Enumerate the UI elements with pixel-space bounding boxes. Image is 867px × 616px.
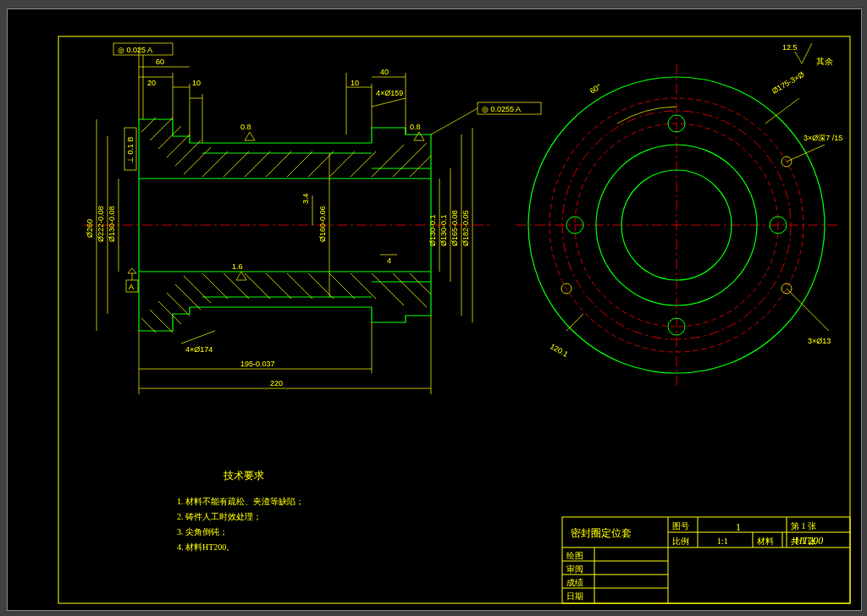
svg-line-68 <box>431 108 478 135</box>
svg-line-11 <box>287 151 312 177</box>
svg-line-6 <box>184 147 211 174</box>
datum-a: A <box>129 283 134 291</box>
svg-line-29 <box>308 273 334 299</box>
techreq-2: 2. 铸件人工时效处理； <box>177 512 262 521</box>
dim-d165: Ø165-0.08 <box>450 210 459 246</box>
dim-4x174: 4×Ø174 <box>185 345 213 354</box>
techreq-1: 1. 材料不能有疏松、夹渣等缺陷； <box>177 497 304 506</box>
svg-line-22 <box>175 284 201 310</box>
svg-line-86 <box>787 145 825 162</box>
tb-row-3: 日期 <box>566 591 583 601</box>
fcf-left: ◎ 0.025 A <box>118 46 152 54</box>
svg-line-5 <box>175 140 201 166</box>
techreq-title: 技术要求 <box>223 470 264 481</box>
dim-34: 3.4 <box>301 193 310 204</box>
tb-pagecur: 第 1 张 <box>791 521 816 531</box>
dim-195: 195-0.037 <box>240 360 275 368</box>
tech-requirements: 技术要求 1. 材料不能有疏松、夹渣等缺陷； 2. 铸件人工时效处理； 3. 尖… <box>177 470 304 552</box>
sf-16: 1.6 <box>232 262 243 271</box>
svg-line-23 <box>184 276 211 303</box>
svg-line-4 <box>167 135 190 157</box>
dim-220: 220 <box>270 379 283 388</box>
dim-d130b: Ø130-0.1 <box>428 214 437 246</box>
cad-drawing-svg: 60 20 10 10 40 4×Ø159 0.8 0.8 1.6 <box>8 9 861 610</box>
dim-d182: Ø182-0.05 <box>461 210 470 246</box>
tb-row-0: 绘图 <box>566 551 583 560</box>
dim-d160: Ø160-0.06 <box>318 206 327 242</box>
dim-60: 60 <box>156 58 164 66</box>
svg-line-15 <box>372 145 404 177</box>
dim-10a: 10 <box>192 79 201 87</box>
svg-line-34 <box>410 273 431 294</box>
svg-line-19 <box>150 310 173 333</box>
svg-line-20 <box>158 301 181 324</box>
tb-sheetno-lbl: 图号 <box>672 521 689 531</box>
sf-08b: 0.8 <box>410 123 421 131</box>
techreq-3: 3. 尖角倒钝； <box>177 527 228 536</box>
tb-partname: 密封圈定位套 <box>571 527 632 539</box>
svg-line-7 <box>202 151 228 177</box>
svg-line-33 <box>393 273 427 307</box>
svg-line-8 <box>224 151 249 177</box>
dim-4: 4 <box>387 256 391 265</box>
tb-mat-lbl: 材料 <box>756 536 774 546</box>
fcf-right: ◎ 0.0255 A <box>482 105 521 113</box>
svg-line-27 <box>266 273 291 299</box>
svg-line-48 <box>372 98 406 107</box>
tb-sheetno: 1 <box>736 521 741 533</box>
dim-40: 40 <box>380 68 389 76</box>
svg-line-3 <box>158 126 181 149</box>
tb-row-1: 审阅 <box>566 564 583 574</box>
svg-line-25 <box>224 273 249 299</box>
tb-scale: 1:1 <box>717 536 728 546</box>
title-block: 密封圈定位套 图号 1 第 1 张 共 1 张 比例 1:1 材料 HT200 … <box>562 517 850 603</box>
tb-mat: HT200 <box>794 535 823 547</box>
svg-line-26 <box>245 273 270 299</box>
angle-60: 60° <box>588 82 603 96</box>
dim-d130: Ø130-0.08 <box>108 206 116 242</box>
perp-tol: ⊥ 0.1 B <box>126 136 135 163</box>
r-124: 120.1 <box>549 342 570 359</box>
section-view: 60 20 10 10 40 4×Ø159 0.8 0.8 1.6 <box>84 43 541 394</box>
dim-d222: Ø222-0.08 <box>97 206 105 242</box>
svg-line-31 <box>351 273 376 299</box>
svg-line-28 <box>287 273 312 299</box>
svg-line-21 <box>167 293 190 316</box>
svg-line-13 <box>329 151 355 177</box>
tb-scale-lbl: 比例 <box>672 536 689 546</box>
svg-line-54 <box>181 331 215 344</box>
svg-line-2 <box>150 118 173 140</box>
dim-d175: Ø175-3×Ø <box>770 70 806 96</box>
svg-line-24 <box>202 273 228 299</box>
tb-row-2: 成绩 <box>566 578 583 587</box>
svg-line-10 <box>266 151 291 177</box>
svg-line-12 <box>308 151 334 177</box>
dim-d130c: Ø130-0.1 <box>439 214 448 246</box>
cad-canvas[interactable]: 60 20 10 10 40 4×Ø159 0.8 0.8 1.6 <box>7 8 862 611</box>
svg-line-89 <box>566 314 583 331</box>
dim-4x159: 4×Ø159 <box>376 89 403 97</box>
dim-20: 20 <box>147 79 156 87</box>
note-3x13: 3×Ø13 <box>808 337 831 345</box>
techreq-4: 4. 材料HT200。 <box>177 542 235 552</box>
note-3xd7: 3×Ø深7 /15 <box>803 134 842 142</box>
svg-line-14 <box>351 151 376 177</box>
dim-d260: Ø260 <box>86 219 94 238</box>
svg-line-16 <box>393 143 427 177</box>
svg-line-32 <box>372 273 404 305</box>
sf-125: 12.5 <box>782 43 798 52</box>
svg-line-17 <box>410 156 431 177</box>
svg-line-30 <box>329 273 355 299</box>
dim-10b: 10 <box>351 79 359 87</box>
end-view: 3×Ø深7 /15 3×Ø13 Ø175-3×Ø 60° 120.1 12.5 … <box>516 43 842 386</box>
svg-line-9 <box>245 151 270 177</box>
sf-08a: 0.8 <box>240 123 251 131</box>
sf-rest: 其余 <box>816 57 833 66</box>
